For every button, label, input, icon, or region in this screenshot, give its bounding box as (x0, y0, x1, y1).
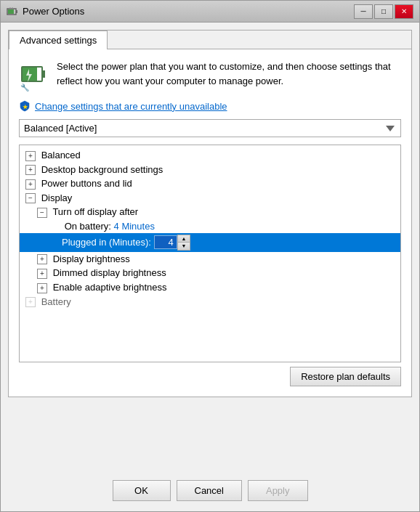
tree-item-dimmed-brightness[interactable]: + Dimmed display brightness (20, 266, 400, 280)
cancel-button[interactable]: Cancel (177, 480, 242, 501)
expand-icon[interactable]: − (37, 208, 47, 218)
tree-item-battery[interactable]: + Battery (20, 295, 400, 309)
svg-text:★: ★ (23, 104, 28, 110)
restore-row: Restore plan defaults (19, 367, 401, 386)
plugged-in-spinner-input[interactable] (154, 235, 177, 249)
spinner-down-button[interactable]: ▼ (178, 243, 190, 250)
expand-icon[interactable]: + (25, 297, 36, 307)
svg-text:🔧: 🔧 (20, 83, 30, 92)
svg-rect-2 (8, 9, 14, 14)
bottom-buttons: OK Cancel Apply (1, 473, 419, 511)
window-title: Power Options (23, 6, 84, 17)
expand-icon[interactable]: + (37, 283, 47, 293)
tree-item-on-battery[interactable]: On battery: 4 Minutes (20, 219, 400, 233)
expand-icon[interactable]: − (25, 193, 36, 203)
maximize-button[interactable]: □ (374, 4, 393, 19)
tree-item-plugged-in[interactable]: Plugged in (Minutes): ▲ ▼ (20, 233, 400, 252)
title-bar-icon (7, 6, 18, 17)
svg-rect-6 (42, 70, 45, 78)
ok-button[interactable]: OK (113, 480, 171, 501)
shield-icon: ★ (19, 100, 31, 112)
tab-content: 🔧 Select the power plan that you want to… (9, 49, 411, 397)
tree-item-display-brightness[interactable]: + Display brightness (20, 252, 400, 267)
close-button[interactable]: ✕ (395, 4, 413, 19)
title-bar-buttons: ─ □ ✕ (354, 4, 413, 19)
restore-defaults-button[interactable]: Restore plan defaults (290, 367, 401, 386)
tab-advanced-settings[interactable]: Advanced settings (9, 31, 108, 49)
spinner-buttons: ▲ ▼ (177, 235, 190, 251)
tab-header: Advanced settings (9, 31, 411, 49)
change-settings-link[interactable]: Change settings that are currently unava… (35, 101, 227, 112)
title-bar-left: Power Options (7, 6, 84, 17)
info-text: Select the power plan that you want to c… (57, 60, 401, 88)
title-bar: Power Options ─ □ ✕ (1, 1, 419, 23)
tree-item-adaptive-brightness[interactable]: + Enable adaptive brightness (20, 280, 400, 295)
svg-rect-1 (16, 10, 17, 13)
tab-container: Advanced settings 🔧 Sel (8, 30, 412, 397)
spinner-up-button[interactable]: ▲ (178, 235, 190, 243)
plan-dropdown[interactable]: Balanced [Active] (19, 119, 401, 137)
tree-item-desktop-bg[interactable]: + Desktop background settings (20, 163, 400, 177)
tree-item-turn-off-display[interactable]: − Turn off display after (20, 205, 400, 219)
tree-container[interactable]: + Balanced + Desktop background settings… (19, 145, 401, 362)
info-section: 🔧 Select the power plan that you want to… (19, 60, 401, 92)
minimize-button[interactable]: ─ (354, 4, 373, 19)
tree-item-balanced[interactable]: + Balanced (20, 148, 400, 163)
expand-icon[interactable]: + (37, 254, 47, 264)
apply-button[interactable]: Apply (248, 480, 308, 501)
tree-item-display[interactable]: − Display (20, 191, 400, 206)
window-body: Advanced settings 🔧 Sel (1, 23, 419, 473)
change-link-row: ★ Change settings that are currently una… (19, 100, 401, 112)
power-options-window: Power Options ─ □ ✕ Advanced settings (0, 0, 420, 512)
battery-icon: 🔧 (19, 60, 48, 92)
dropdown-row: Balanced [Active] (19, 119, 401, 137)
expand-icon[interactable]: + (25, 179, 36, 190)
expand-icon[interactable]: + (25, 151, 36, 161)
expand-icon[interactable]: + (25, 165, 36, 175)
expand-icon[interactable]: + (37, 269, 47, 279)
tree-item-power-buttons[interactable]: + Power buttons and lid (20, 176, 400, 191)
